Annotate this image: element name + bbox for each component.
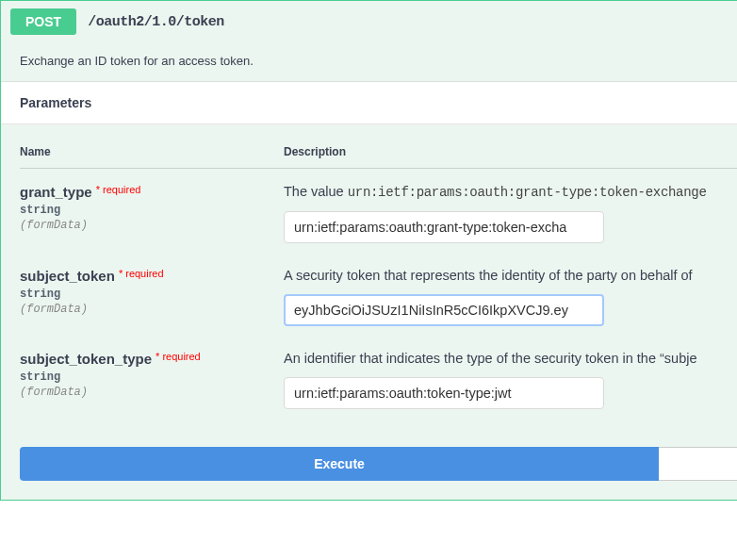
action-button-row: Execute [1,419,737,500]
param-type: string [20,204,284,217]
table-header-row: Name Description [20,134,737,169]
operation-description: Exchange an ID token for an access token… [1,42,737,82]
param-input-subject-token-type[interactable] [284,377,604,409]
parameters-table: Name Description grant_type* required st… [1,124,737,419]
execute-button[interactable]: Execute [20,447,659,481]
column-header-name: Name [20,145,284,158]
param-input-subject-token[interactable] [284,294,604,326]
param-location: (formData) [20,219,284,232]
clear-button[interactable] [659,447,737,481]
method-badge: POST [10,8,76,35]
parameters-section-title: Parameters [1,82,737,124]
param-row-subject-token: subject_token* required string (formData… [20,253,737,336]
param-description: The value urn:ietf:params:oauth:grant-ty… [284,184,737,200]
column-header-description: Description [284,145,737,158]
endpoint-path: /oauth2/1.0/token [88,14,224,30]
api-operation-panel: POST /oauth2/1.0/token Exchange an ID to… [0,0,737,501]
param-name: grant_type [20,184,92,200]
param-input-grant-type[interactable] [284,211,604,243]
required-badge: * required [119,268,164,279]
param-row-subject-token-type: subject_token_type* required string (for… [20,336,737,419]
required-badge: * required [96,184,141,195]
param-description: An identifier that indicates the type of… [284,351,737,366]
param-type: string [20,371,284,384]
required-badge: * required [156,351,201,362]
param-location: (formData) [20,303,284,316]
param-description: A security token that represents the ide… [284,268,737,283]
param-name: subject_token_type [20,351,152,367]
param-location: (formData) [20,386,284,399]
param-row-grant-type: grant_type* required string (formData) T… [20,169,737,253]
param-name: subject_token [20,268,115,284]
param-type: string [20,288,284,301]
operation-header[interactable]: POST /oauth2/1.0/token [1,1,737,42]
